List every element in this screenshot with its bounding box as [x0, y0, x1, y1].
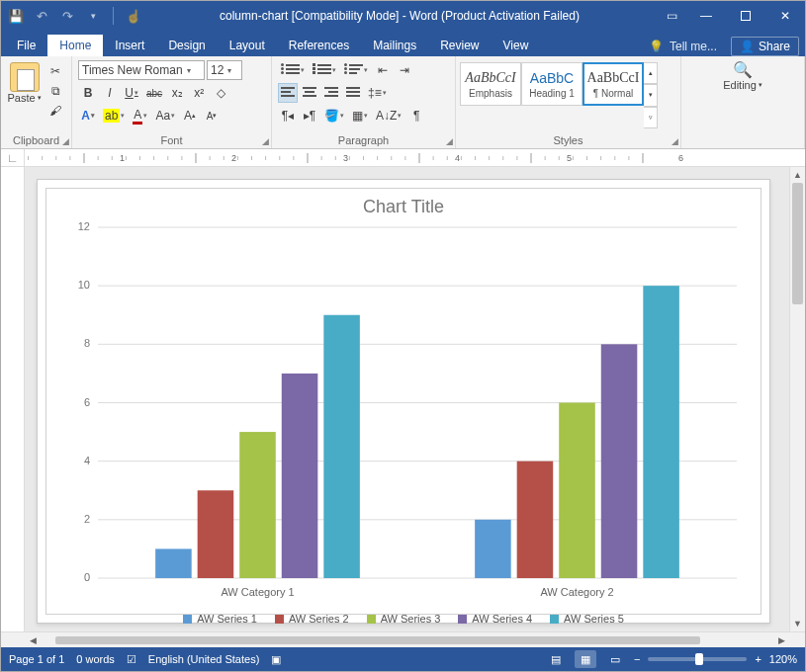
scroll-up-icon[interactable]: ▲ [790, 167, 805, 183]
font-name-combo[interactable]: Times New Roman [78, 60, 205, 80]
ruler-horizontal[interactable]: ∟ 123456 [1, 149, 805, 167]
quick-access-toolbar: 💾 ↶ ↷ ▾ ☝ [1, 7, 142, 25]
justify-icon[interactable] [343, 83, 363, 103]
read-mode-icon[interactable]: ▤ [545, 650, 567, 668]
vertical-scrollbar[interactable]: ▲ ▼ [789, 167, 805, 631]
paragraph-launcher-icon[interactable]: ◢ [446, 136, 453, 146]
scroll-down-icon[interactable]: ▼ [790, 616, 805, 631]
tab-mailings[interactable]: Mailings [361, 35, 428, 56]
decrease-indent-icon[interactable]: ⇤ [373, 60, 393, 80]
tab-review[interactable]: Review [428, 35, 491, 56]
find-icon: 🔍 [733, 60, 753, 79]
share-button[interactable]: 👤 Share [731, 37, 799, 56]
paste-button[interactable]: Paste [7, 92, 41, 104]
font-color-icon[interactable]: A [130, 106, 150, 126]
style-gallery-more[interactable]: ▴▾▿ [644, 62, 658, 128]
sort-icon[interactable]: A↓Z [373, 106, 404, 126]
show-hide-icon[interactable]: ¶ [406, 106, 426, 126]
format-painter-icon[interactable]: 🖌 [45, 102, 65, 120]
change-case-icon[interactable]: Aa [152, 106, 178, 126]
redo-icon[interactable]: ↷ [58, 7, 76, 25]
line-spacing-icon[interactable]: ‡≡ [365, 83, 390, 103]
svg-rect-69 [323, 315, 360, 578]
tab-file[interactable]: File [5, 35, 47, 56]
ribbon-display-icon[interactable]: ▭ [657, 2, 686, 30]
web-layout-icon[interactable]: ▭ [604, 650, 626, 668]
svg-text:3: 3 [343, 153, 348, 163]
zoom-out-button[interactable]: − [634, 653, 640, 665]
multilevel-list-icon[interactable] [341, 60, 371, 80]
svg-text:6: 6 [84, 396, 90, 408]
touch-mode-icon[interactable]: ☝ [125, 7, 142, 25]
borders-icon[interactable]: ▦ [349, 106, 371, 126]
svg-text:5: 5 [567, 153, 572, 163]
rtl-direction-icon[interactable]: ▸¶ [300, 106, 319, 126]
editing-button[interactable]: 🔍 Editing▾ [718, 60, 767, 91]
tab-view[interactable]: View [492, 35, 541, 56]
tab-references[interactable]: References [277, 35, 361, 56]
zoom-level[interactable]: 120% [769, 653, 797, 665]
minimize-button[interactable]: — [686, 2, 726, 30]
style-emphasis[interactable]: AaBbCcI Emphasis [460, 62, 521, 106]
undo-icon[interactable]: ↶ [33, 7, 50, 25]
superscript-button[interactable]: x² [189, 83, 209, 103]
ruler-tab-selector[interactable]: ∟ [1, 149, 25, 166]
qat-customize-icon[interactable]: ▾ [84, 7, 102, 25]
scroll-thumb-horizontal[interactable] [55, 636, 700, 644]
maximize-button[interactable] [726, 2, 765, 30]
highlight-icon[interactable]: ab [100, 106, 128, 126]
style-emphasis-label: Emphasis [469, 88, 512, 99]
page-viewport[interactable]: Chart Title 024681012AW Category 1AW Cat… [25, 167, 789, 631]
clipboard-launcher-icon[interactable]: ◢ [62, 136, 69, 146]
align-right-icon[interactable] [321, 83, 341, 103]
tab-insert[interactable]: Insert [103, 35, 156, 56]
tell-me-search[interactable]: Tell me... [670, 40, 717, 53]
print-layout-icon[interactable]: ▦ [575, 650, 596, 668]
font-launcher-icon[interactable]: ◢ [262, 136, 269, 146]
styles-launcher-icon[interactable]: ◢ [672, 136, 678, 146]
align-center-icon[interactable] [300, 83, 319, 103]
spell-check-icon[interactable]: ☑ [127, 653, 136, 666]
ltr-direction-icon[interactable]: ¶◂ [278, 106, 298, 126]
ruler-vertical[interactable] [1, 167, 25, 631]
tab-design[interactable]: Design [156, 35, 217, 56]
clear-formatting-icon[interactable]: ◇ [211, 83, 230, 103]
copy-icon[interactable]: ⧉ [45, 82, 65, 100]
text-effects-icon[interactable]: A [78, 106, 98, 126]
horizontal-scrollbar[interactable]: ◀ ▶ [1, 631, 805, 647]
zoom-slider[interactable] [648, 657, 747, 661]
numbering-icon[interactable] [310, 60, 339, 80]
font-size-combo[interactable]: 12 [207, 60, 242, 80]
shading-icon[interactable]: 🪣 [321, 106, 347, 126]
scroll-left-icon[interactable]: ◀ [25, 635, 41, 645]
close-button[interactable]: ✕ [765, 2, 805, 30]
scroll-thumb-vertical[interactable] [792, 183, 803, 304]
strikethrough-button[interactable]: abc [143, 83, 165, 103]
increase-indent-icon[interactable]: ⇥ [395, 60, 414, 80]
bold-button[interactable]: B [78, 83, 98, 103]
underline-button[interactable]: U [122, 83, 141, 103]
paste-icon[interactable] [10, 62, 40, 92]
chart-object[interactable]: Chart Title 024681012AW Category 1AW Cat… [45, 188, 761, 615]
status-words[interactable]: 0 words [76, 653, 115, 665]
word-window: 💾 ↶ ↷ ▾ ☝ column-chart [Compatibility Mo… [0, 0, 806, 672]
shrink-font-icon[interactable]: A▾ [202, 106, 222, 126]
save-icon[interactable]: 💾 [7, 7, 25, 25]
status-page[interactable]: Page 1 of 1 [9, 653, 64, 665]
zoom-in-button[interactable]: + [755, 653, 761, 665]
style-heading1[interactable]: AaBbC Heading 1 [521, 62, 582, 106]
svg-rect-67 [239, 432, 276, 578]
style-normal[interactable]: AaBbCcI ¶ Normal [582, 62, 644, 106]
status-language[interactable]: English (United States) [148, 653, 260, 665]
grow-font-icon[interactable]: A▴ [180, 106, 200, 126]
align-left-icon[interactable] [278, 83, 298, 103]
tab-home[interactable]: Home [47, 35, 103, 56]
cut-icon[interactable]: ✂ [45, 62, 65, 80]
scroll-right-icon[interactable]: ▶ [773, 635, 789, 645]
svg-rect-65 [155, 548, 192, 578]
bullets-icon[interactable] [278, 60, 308, 80]
subscript-button[interactable]: x₂ [167, 83, 187, 103]
tab-layout[interactable]: Layout [218, 35, 277, 56]
macro-record-icon[interactable]: ▣ [271, 653, 281, 666]
italic-button[interactable]: I [100, 83, 120, 103]
